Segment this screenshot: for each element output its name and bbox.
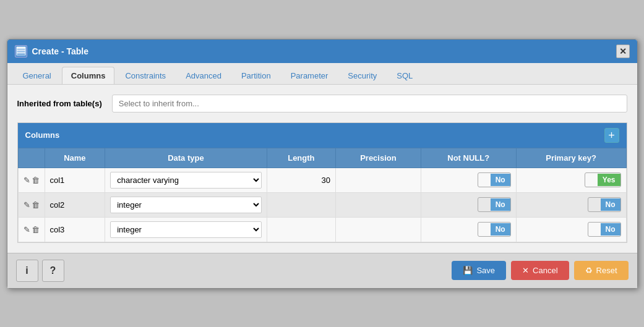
col3-name: col3 [45,217,105,242]
edit-icon-col3[interactable]: ✎ [24,225,30,234]
reset-icon: ♻ [585,266,593,275]
columns-header: Columns + [18,123,627,148]
dialog: Create - Table ✕ General Columns Constra… [7,39,638,289]
col3-datatype-select[interactable]: integer character varying text boolean b… [110,221,261,238]
col-header-name: Name [45,148,105,168]
col3-datatype-cell: integer character varying text boolean b… [105,217,267,242]
col1-datatype-cell: character varying integer text boolean b… [105,168,267,192]
save-button[interactable]: 💾 Save [452,261,506,280]
col2-precision [336,192,421,217]
col1-datatype-select[interactable]: character varying integer text boolean b… [110,172,261,189]
inherit-input[interactable] [112,95,627,113]
reset-button[interactable]: ♻ Reset [574,261,629,280]
inherit-label: Inherited from table(s) [17,99,102,108]
col-header-primary-key: Primary key? [516,148,626,168]
tab-parameter[interactable]: Parameter [281,67,338,84]
columns-section: Columns + Name Data type Length Precisio… [17,122,627,243]
col-header-datatype: Data type [105,148,267,168]
row-actions-col2: ✎ 🗑 [18,192,45,217]
tab-security[interactable]: Security [338,67,386,84]
col-header-actions [18,148,45,168]
delete-icon-col1[interactable]: 🗑 [32,176,40,185]
columns-table: Name Data type Length Precision Not NULL… [18,148,627,242]
delete-icon-col2[interactable]: 🗑 [32,200,40,210]
help-button[interactable]: ? [42,260,64,282]
col1-primary-key-toggle[interactable]: Yes [585,172,621,187]
col2-not-null: No [421,192,516,217]
cancel-label: Cancel [533,266,557,275]
col-header-not-null: Not NULL? [421,148,516,168]
col2-datatype-cell: integer character varying text boolean b… [105,192,267,217]
tab-partition[interactable]: Partition [232,67,280,84]
title-bar-left: Create - Table [15,45,89,57]
row-actions-col3: ✎ 🗑 [18,217,45,242]
inherit-row: Inherited from table(s) [17,95,627,113]
col-header-precision: Precision [336,148,421,168]
col1-name: col1 [45,168,105,192]
save-icon: 💾 [463,266,473,275]
tab-columns[interactable]: Columns [62,67,115,84]
reset-label: Reset [596,266,617,275]
columns-section-title: Columns [25,130,60,140]
row-actions-col1: ✎ 🗑 [18,168,45,192]
col3-length [267,217,335,242]
col1-not-null-toggle[interactable]: No [478,172,511,187]
close-button[interactable]: ✕ [616,45,630,58]
footer-left: i ? [16,260,64,282]
title-bar: Create - Table ✕ [7,40,637,63]
col1-primary-key: Yes [516,168,626,192]
col3-not-null-toggle[interactable]: No [478,222,511,237]
dialog-title: Create - Table [32,46,89,56]
info-button[interactable]: i [16,260,38,282]
tab-sql[interactable]: SQL [387,67,422,84]
tab-bar: General Columns Constraints Advanced Par… [7,63,637,85]
add-column-button[interactable]: + [604,128,619,143]
col-header-length: Length [267,148,335,168]
cancel-button[interactable]: ✕ Cancel [511,261,569,280]
cancel-icon: ✕ [522,266,529,275]
content-area: Inherited from table(s) Columns + Name D… [7,85,637,253]
footer-right: 💾 Save ✕ Cancel ♻ Reset [452,261,628,280]
footer: i ? 💾 Save ✕ Cancel ♻ Reset [7,253,637,288]
delete-icon-col3[interactable]: 🗑 [32,225,40,234]
col1-length: 30 [267,168,335,192]
table-icon [15,45,27,57]
col2-name: col2 [45,192,105,217]
col2-length [267,192,335,217]
col3-primary-key-toggle[interactable]: No [588,222,621,237]
col3-precision [336,217,421,242]
tab-constraints[interactable]: Constraints [116,67,175,84]
col3-primary-key: No [516,217,626,242]
edit-icon-col1[interactable]: ✎ [24,176,30,185]
svg-rect-2 [17,52,25,54]
col1-precision [336,168,421,192]
save-label: Save [476,266,495,275]
svg-rect-1 [17,49,25,51]
tab-general[interactable]: General [14,67,61,84]
table-row: ✎ 🗑 col2 integer character varying text … [18,192,626,217]
col2-primary-key: No [516,192,626,217]
col2-not-null-toggle[interactable]: No [478,197,511,212]
col3-not-null: No [421,217,516,242]
col2-primary-key-toggle[interactable]: No [588,197,621,212]
col1-not-null: No [421,168,516,192]
edit-icon-col2[interactable]: ✎ [24,200,30,210]
col2-datatype-select[interactable]: integer character varying text boolean b… [110,197,261,213]
table-row: ✎ 🗑 col1 character varying integer text … [18,168,626,192]
table-row: ✎ 🗑 col3 integer character varying text … [18,217,626,242]
tab-advanced[interactable]: Advanced [176,67,231,84]
